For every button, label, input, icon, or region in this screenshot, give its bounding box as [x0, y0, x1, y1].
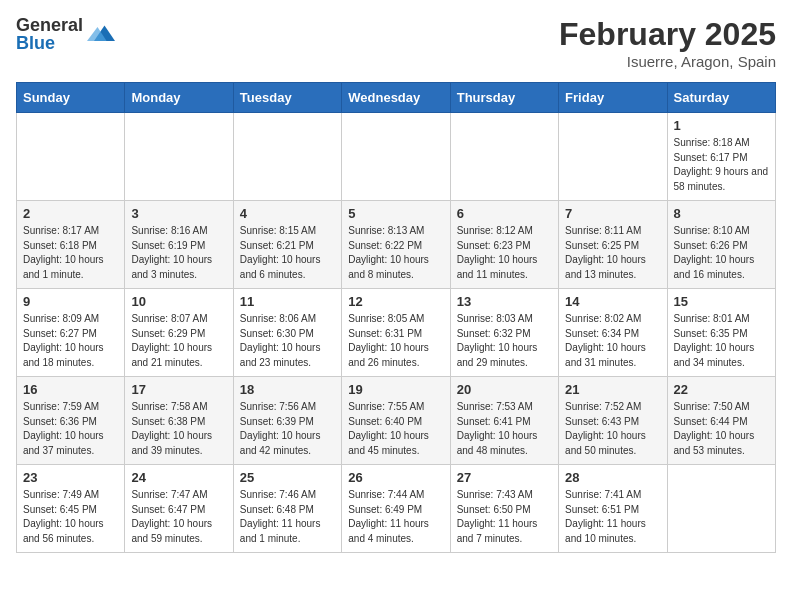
header-saturday: Saturday [667, 83, 775, 113]
calendar-cell: 15Sunrise: 8:01 AM Sunset: 6:35 PM Dayli… [667, 289, 775, 377]
calendar-cell: 16Sunrise: 7:59 AM Sunset: 6:36 PM Dayli… [17, 377, 125, 465]
calendar-cell: 1Sunrise: 8:18 AM Sunset: 6:17 PM Daylig… [667, 113, 775, 201]
calendar-cell: 2Sunrise: 8:17 AM Sunset: 6:18 PM Daylig… [17, 201, 125, 289]
day-info: Sunrise: 8:16 AM Sunset: 6:19 PM Dayligh… [131, 224, 226, 282]
day-number: 26 [348, 470, 443, 485]
calendar-cell: 24Sunrise: 7:47 AM Sunset: 6:47 PM Dayli… [125, 465, 233, 553]
day-info: Sunrise: 8:18 AM Sunset: 6:17 PM Dayligh… [674, 136, 769, 194]
location: Isuerre, Aragon, Spain [559, 53, 776, 70]
day-number: 22 [674, 382, 769, 397]
calendar-cell: 7Sunrise: 8:11 AM Sunset: 6:25 PM Daylig… [559, 201, 667, 289]
day-number: 11 [240, 294, 335, 309]
page-header: General Blue February 2025 Isuerre, Arag… [16, 16, 776, 70]
day-number: 16 [23, 382, 118, 397]
day-number: 18 [240, 382, 335, 397]
day-number: 1 [674, 118, 769, 133]
day-number: 21 [565, 382, 660, 397]
day-number: 10 [131, 294, 226, 309]
header-wednesday: Wednesday [342, 83, 450, 113]
calendar-cell: 8Sunrise: 8:10 AM Sunset: 6:26 PM Daylig… [667, 201, 775, 289]
calendar-cell: 11Sunrise: 8:06 AM Sunset: 6:30 PM Dayli… [233, 289, 341, 377]
day-number: 24 [131, 470, 226, 485]
day-info: Sunrise: 8:06 AM Sunset: 6:30 PM Dayligh… [240, 312, 335, 370]
day-info: Sunrise: 7:56 AM Sunset: 6:39 PM Dayligh… [240, 400, 335, 458]
calendar-cell: 12Sunrise: 8:05 AM Sunset: 6:31 PM Dayli… [342, 289, 450, 377]
day-number: 20 [457, 382, 552, 397]
calendar-cell [342, 113, 450, 201]
calendar-cell: 18Sunrise: 7:56 AM Sunset: 6:39 PM Dayli… [233, 377, 341, 465]
day-info: Sunrise: 7:49 AM Sunset: 6:45 PM Dayligh… [23, 488, 118, 546]
logo-general: General [16, 16, 83, 34]
calendar-cell: 17Sunrise: 7:58 AM Sunset: 6:38 PM Dayli… [125, 377, 233, 465]
calendar-cell: 14Sunrise: 8:02 AM Sunset: 6:34 PM Dayli… [559, 289, 667, 377]
calendar-cell [667, 465, 775, 553]
calendar-cell: 3Sunrise: 8:16 AM Sunset: 6:19 PM Daylig… [125, 201, 233, 289]
month-title: February 2025 [559, 16, 776, 53]
day-number: 3 [131, 206, 226, 221]
calendar-cell: 10Sunrise: 8:07 AM Sunset: 6:29 PM Dayli… [125, 289, 233, 377]
day-number: 7 [565, 206, 660, 221]
logo-icon [87, 20, 115, 48]
day-number: 12 [348, 294, 443, 309]
day-info: Sunrise: 8:13 AM Sunset: 6:22 PM Dayligh… [348, 224, 443, 282]
calendar-cell: 4Sunrise: 8:15 AM Sunset: 6:21 PM Daylig… [233, 201, 341, 289]
calendar-cell: 27Sunrise: 7:43 AM Sunset: 6:50 PM Dayli… [450, 465, 558, 553]
title-block: February 2025 Isuerre, Aragon, Spain [559, 16, 776, 70]
logo: General Blue [16, 16, 115, 52]
day-info: Sunrise: 8:17 AM Sunset: 6:18 PM Dayligh… [23, 224, 118, 282]
calendar-cell: 23Sunrise: 7:49 AM Sunset: 6:45 PM Dayli… [17, 465, 125, 553]
day-info: Sunrise: 8:07 AM Sunset: 6:29 PM Dayligh… [131, 312, 226, 370]
day-info: Sunrise: 8:11 AM Sunset: 6:25 PM Dayligh… [565, 224, 660, 282]
day-number: 5 [348, 206, 443, 221]
calendar-cell [559, 113, 667, 201]
day-number: 13 [457, 294, 552, 309]
calendar-week-2: 2Sunrise: 8:17 AM Sunset: 6:18 PM Daylig… [17, 201, 776, 289]
calendar-week-5: 23Sunrise: 7:49 AM Sunset: 6:45 PM Dayli… [17, 465, 776, 553]
day-info: Sunrise: 7:58 AM Sunset: 6:38 PM Dayligh… [131, 400, 226, 458]
calendar-cell: 5Sunrise: 8:13 AM Sunset: 6:22 PM Daylig… [342, 201, 450, 289]
calendar-cell [17, 113, 125, 201]
day-number: 27 [457, 470, 552, 485]
day-info: Sunrise: 8:09 AM Sunset: 6:27 PM Dayligh… [23, 312, 118, 370]
header-thursday: Thursday [450, 83, 558, 113]
logo-text: General Blue [16, 16, 83, 52]
day-number: 6 [457, 206, 552, 221]
calendar-cell: 26Sunrise: 7:44 AM Sunset: 6:49 PM Dayli… [342, 465, 450, 553]
calendar-cell [233, 113, 341, 201]
logo-blue: Blue [16, 34, 83, 52]
day-info: Sunrise: 8:10 AM Sunset: 6:26 PM Dayligh… [674, 224, 769, 282]
day-info: Sunrise: 7:41 AM Sunset: 6:51 PM Dayligh… [565, 488, 660, 546]
day-info: Sunrise: 7:50 AM Sunset: 6:44 PM Dayligh… [674, 400, 769, 458]
calendar-cell: 9Sunrise: 8:09 AM Sunset: 6:27 PM Daylig… [17, 289, 125, 377]
calendar-cell: 6Sunrise: 8:12 AM Sunset: 6:23 PM Daylig… [450, 201, 558, 289]
day-number: 8 [674, 206, 769, 221]
day-number: 28 [565, 470, 660, 485]
day-number: 19 [348, 382, 443, 397]
day-number: 25 [240, 470, 335, 485]
calendar-cell [450, 113, 558, 201]
day-info: Sunrise: 8:05 AM Sunset: 6:31 PM Dayligh… [348, 312, 443, 370]
calendar-cell [125, 113, 233, 201]
header-tuesday: Tuesday [233, 83, 341, 113]
calendar-cell: 22Sunrise: 7:50 AM Sunset: 6:44 PM Dayli… [667, 377, 775, 465]
calendar-cell: 13Sunrise: 8:03 AM Sunset: 6:32 PM Dayli… [450, 289, 558, 377]
day-number: 14 [565, 294, 660, 309]
day-info: Sunrise: 7:44 AM Sunset: 6:49 PM Dayligh… [348, 488, 443, 546]
day-info: Sunrise: 7:43 AM Sunset: 6:50 PM Dayligh… [457, 488, 552, 546]
day-info: Sunrise: 7:55 AM Sunset: 6:40 PM Dayligh… [348, 400, 443, 458]
day-info: Sunrise: 8:15 AM Sunset: 6:21 PM Dayligh… [240, 224, 335, 282]
calendar-week-1: 1Sunrise: 8:18 AM Sunset: 6:17 PM Daylig… [17, 113, 776, 201]
day-info: Sunrise: 7:47 AM Sunset: 6:47 PM Dayligh… [131, 488, 226, 546]
day-info: Sunrise: 7:52 AM Sunset: 6:43 PM Dayligh… [565, 400, 660, 458]
day-info: Sunrise: 8:03 AM Sunset: 6:32 PM Dayligh… [457, 312, 552, 370]
day-number: 2 [23, 206, 118, 221]
day-number: 15 [674, 294, 769, 309]
day-info: Sunrise: 8:01 AM Sunset: 6:35 PM Dayligh… [674, 312, 769, 370]
calendar-cell: 21Sunrise: 7:52 AM Sunset: 6:43 PM Dayli… [559, 377, 667, 465]
day-number: 23 [23, 470, 118, 485]
calendar-week-3: 9Sunrise: 8:09 AM Sunset: 6:27 PM Daylig… [17, 289, 776, 377]
calendar-cell: 25Sunrise: 7:46 AM Sunset: 6:48 PM Dayli… [233, 465, 341, 553]
day-info: Sunrise: 7:53 AM Sunset: 6:41 PM Dayligh… [457, 400, 552, 458]
calendar-week-4: 16Sunrise: 7:59 AM Sunset: 6:36 PM Dayli… [17, 377, 776, 465]
day-number: 9 [23, 294, 118, 309]
